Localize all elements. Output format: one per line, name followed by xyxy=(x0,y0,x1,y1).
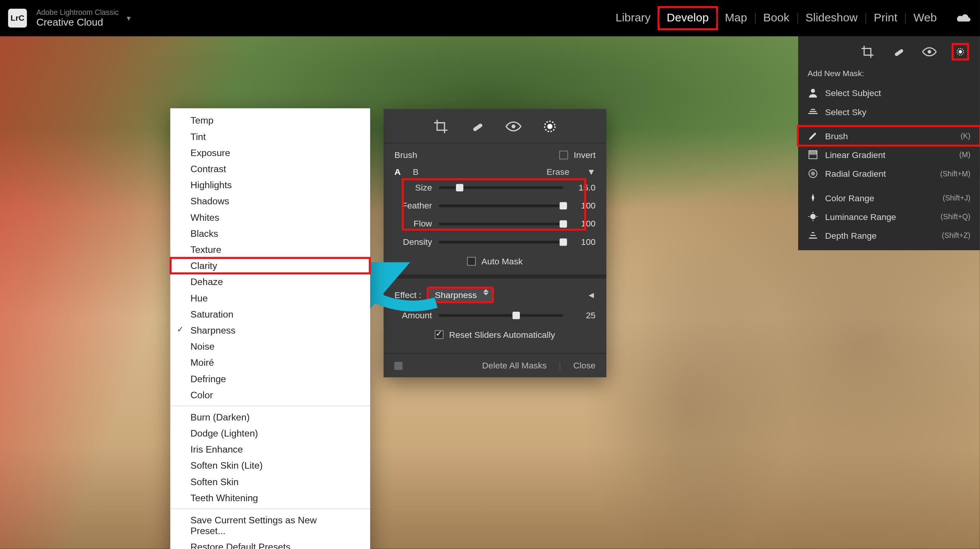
svg-rect-13 xyxy=(472,123,483,132)
reset-row: Reset Sliders Automatically xyxy=(384,324,606,348)
effect-item-clarity[interactable]: Clarity xyxy=(170,257,370,274)
color-icon xyxy=(808,192,818,203)
brand-caret-icon[interactable]: ▼ xyxy=(126,15,132,22)
disclosure-left-icon[interactable]: ◄ xyxy=(587,290,596,300)
lum-icon xyxy=(808,211,818,222)
mask-option-select-sky[interactable]: Select Sky xyxy=(798,102,980,121)
effect-item-dehaze[interactable]: Dehaze xyxy=(170,274,370,290)
feather-slider[interactable] xyxy=(439,204,563,207)
svg-point-12 xyxy=(810,214,816,219)
mask-option-select-subject[interactable]: Select Subject xyxy=(798,83,980,102)
add-mask-label: Add New Mask: xyxy=(798,66,980,83)
module-develop[interactable]: Develop xyxy=(659,7,717,29)
heal-icon[interactable] xyxy=(469,118,485,134)
mask-tool-strip xyxy=(798,39,980,66)
chevron-down-icon[interactable]: ▼ xyxy=(587,167,596,177)
module-book[interactable]: Book xyxy=(755,7,797,29)
effect-item-exposure[interactable]: Exposure xyxy=(170,145,370,161)
module-map[interactable]: Map xyxy=(717,7,755,29)
svg-point-16 xyxy=(547,124,552,129)
effect-item-defringe[interactable]: Defringe xyxy=(170,371,370,387)
brand-block: Adobe Lightroom Classic Creative Cloud xyxy=(36,9,119,27)
effect-item-restore-default-presets[interactable]: Restore Default Presets xyxy=(170,539,370,549)
module-picker: LibraryDevelopMapBookSlideshowPrintWeb xyxy=(608,7,945,29)
top-bar: LrC Adobe Lightroom Classic Creative Clo… xyxy=(0,0,980,36)
brush-tool-strip xyxy=(384,109,606,143)
brush-icon xyxy=(808,130,818,141)
auto-mask-checkbox[interactable] xyxy=(467,257,476,266)
mask-option-luminance-range[interactable]: Luminance Range(Shift+Q) xyxy=(798,207,980,226)
mask-icon[interactable] xyxy=(541,118,557,134)
invert-checkbox[interactable] xyxy=(560,151,568,160)
crop-icon[interactable] xyxy=(860,44,875,59)
brush-title: Brush xyxy=(394,150,417,160)
depth-icon xyxy=(808,230,818,241)
effect-item-teeth-whitening[interactable]: Teeth Whitening xyxy=(170,490,370,506)
effect-item-texture[interactable]: Texture xyxy=(170,241,370,257)
effect-item-contrast[interactable]: Contrast xyxy=(170,161,370,177)
svg-point-14 xyxy=(511,125,515,129)
effect-item-save-current-settings-as-new-preset-[interactable]: Save Current Settings as New Preset... xyxy=(170,512,370,539)
brush-ab-row: A B Erase ▼ xyxy=(384,164,606,178)
svg-rect-0 xyxy=(894,49,904,57)
mask-option-brush[interactable]: Brush(K) xyxy=(798,127,980,145)
eye-icon[interactable] xyxy=(505,118,521,134)
effect-item-color[interactable]: Color xyxy=(170,387,370,403)
brush-b-tab[interactable]: B xyxy=(413,167,418,177)
delete-masks-link[interactable]: Delete All Masks xyxy=(482,360,547,370)
close-link[interactable]: Close xyxy=(573,360,595,370)
effect-item-noise[interactable]: Noise xyxy=(170,338,370,354)
effect-item-burn-darken-[interactable]: Burn (Darken) xyxy=(170,409,370,425)
effect-item-sharpness[interactable]: Sharpness xyxy=(170,322,370,338)
sky-icon xyxy=(808,106,818,117)
heal-icon[interactable] xyxy=(891,44,906,59)
reset-checkbox[interactable] xyxy=(435,330,444,339)
effect-item-shadows[interactable]: Shadows xyxy=(170,193,370,209)
auto-mask-label: Auto Mask xyxy=(481,256,523,266)
effect-item-iris-enhance[interactable]: Iris Enhance xyxy=(170,441,370,457)
flow-slider[interactable] xyxy=(439,222,563,225)
mask-option-depth-range[interactable]: Depth Range(Shift+Z) xyxy=(798,226,980,245)
effect-item-soften-skin-lite-[interactable]: Soften Skin (Lite) xyxy=(170,457,370,473)
eye-icon[interactable] xyxy=(922,44,937,59)
module-library[interactable]: Library xyxy=(608,7,659,29)
mask-icon[interactable] xyxy=(953,44,968,59)
size-slider[interactable] xyxy=(439,186,563,189)
effect-item-saturation[interactable]: Saturation xyxy=(170,306,370,322)
effect-item-soften-skin[interactable]: Soften Skin xyxy=(170,474,370,490)
brush-a-tab[interactable]: A xyxy=(394,167,401,177)
density-slider[interactable] xyxy=(439,240,563,243)
brand-line2: Creative Cloud xyxy=(36,17,119,28)
effect-item-dodge-lighten-[interactable]: Dodge (Lighten) xyxy=(170,425,370,441)
amount-slider[interactable] xyxy=(439,314,563,316)
module-slideshow[interactable]: Slideshow xyxy=(797,7,866,29)
svg-rect-9 xyxy=(809,151,817,155)
module-web[interactable]: Web xyxy=(905,7,945,29)
svg-point-1 xyxy=(928,50,931,54)
effect-item-whites[interactable]: Whites xyxy=(170,209,370,225)
effect-item-hue[interactable]: Hue xyxy=(170,290,370,306)
crop-icon[interactable] xyxy=(433,118,449,134)
brush-erase-tab[interactable]: Erase xyxy=(547,167,570,177)
svg-rect-6 xyxy=(810,111,817,112)
mask-option-linear-gradient[interactable]: Linear Gradient(M) xyxy=(798,145,980,164)
svg-rect-5 xyxy=(808,113,818,114)
effect-item-moir-[interactable]: Moiré xyxy=(170,354,370,370)
svg-point-4 xyxy=(811,89,815,93)
mask-option-radial-gradient[interactable]: Radial Gradient(Shift+M) xyxy=(798,164,980,183)
effect-item-highlights[interactable]: Highlights xyxy=(170,177,370,193)
cloud-sync-icon[interactable] xyxy=(956,12,972,24)
person-icon xyxy=(808,88,818,98)
slider-row-size: Size15.0 xyxy=(384,178,606,196)
effect-item-tint[interactable]: Tint xyxy=(170,129,370,145)
brand-line1: Adobe Lightroom Classic xyxy=(36,9,119,16)
svg-point-3 xyxy=(959,50,962,54)
linear-icon xyxy=(808,149,818,160)
effect-item-temp[interactable]: Temp xyxy=(170,112,370,129)
module-print[interactable]: Print xyxy=(866,7,905,29)
effect-item-blacks[interactable]: Blacks xyxy=(170,225,370,241)
pin-icon[interactable] xyxy=(394,362,402,370)
mask-option-color-range[interactable]: Color Range(Shift+J) xyxy=(798,188,980,207)
brush-footer: Delete All Masks | Close xyxy=(384,353,606,377)
slider-row-flow: Flow100 xyxy=(384,215,606,233)
